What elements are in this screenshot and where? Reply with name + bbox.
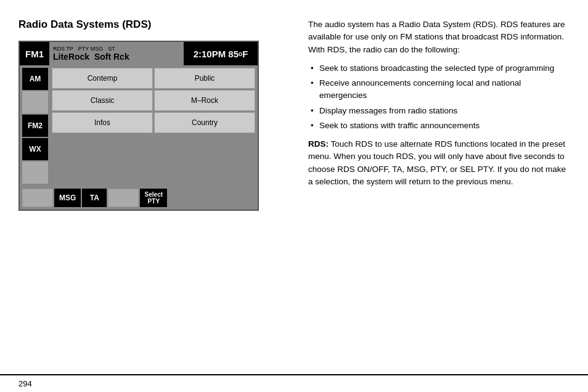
public-button[interactable]: Public [154,68,255,89]
select-pty-button[interactable]: SelectPTY [140,189,167,207]
infos-button[interactable]: Infos [52,112,153,133]
fm2-button[interactable]: FM2 [22,115,48,137]
contemp-button[interactable]: Contemp [52,68,153,89]
pty-button[interactable] [108,189,139,207]
msg-button[interactable]: MSG [54,189,81,207]
right-panel: The audio system has a Radio Data System… [308,18,570,362]
left-button-column: AM FM2 WX [20,65,51,186]
grid-row-3: Infos Country [52,112,255,133]
bullet-1: Seek to stations broadcasting the select… [308,62,570,75]
bullet-2: Receive announcements concerning local a… [308,77,570,102]
footer: 294 [0,374,588,392]
wx-button[interactable]: WX [22,138,48,160]
ta-button[interactable]: TA [82,189,107,207]
time-display: 2:10PM 85oF [184,42,258,65]
rds-tp-label: RDS TP [53,46,73,52]
rds-button[interactable] [22,189,53,207]
left-panel: Radio Data Systems (RDS) FM1 RDS TP PTY … [18,18,290,362]
bullet-3: Display messages from radio stations [308,105,570,117]
intro-text: The audio system has a Radio Data System… [308,18,570,56]
classic-button[interactable]: Classic [52,90,153,111]
rds-description: RDS: Touch RDS to use alternate RDS func… [308,138,570,188]
radio-bottom-bar: MSG TA SelectPTY [20,186,258,210]
country-button[interactable]: Country [154,112,255,133]
pty-grid: Contemp Public Classic M–Rock Infos Coun… [51,65,258,186]
page-number: 294 [18,379,32,388]
bullet-4: Seek to stations with traffic announceme… [308,120,570,132]
preset2-button[interactable] [22,161,48,184]
fm1-badge[interactable]: FM1 [20,42,49,65]
station-name: LiteRock Soft Rck [53,52,180,62]
rds-heading: RDS: [308,139,329,149]
st-label: ST [108,46,115,52]
mrock-button[interactable]: M–Rock [154,90,255,111]
grid-row-1: Contemp Public [52,68,255,89]
rds-body-text: Touch RDS to use alternate RDS functions… [308,139,566,186]
grid-row-2: Classic M–Rock [52,90,255,111]
station-top-labels: RDS TP PTY MSG ST [53,46,180,52]
pty-msg-label: PTY MSG [78,46,103,52]
bullet-list: Seek to stations broadcasting the select… [308,62,570,132]
degree-sign: o [239,51,242,57]
radio-body: AM FM2 WX Contemp Public Classic M–Rock [20,65,258,186]
radio-top-bar: FM1 RDS TP PTY MSG ST LiteRock Soft Rck … [20,42,258,65]
station-info: RDS TP PTY MSG ST LiteRock Soft Rck [49,42,184,65]
section-title: Radio Data Systems (RDS) [18,18,290,31]
radio-display: FM1 RDS TP PTY MSG ST LiteRock Soft Rck … [18,41,259,211]
am-button[interactable]: AM [22,68,48,90]
preset1-button[interactable] [22,91,48,113]
